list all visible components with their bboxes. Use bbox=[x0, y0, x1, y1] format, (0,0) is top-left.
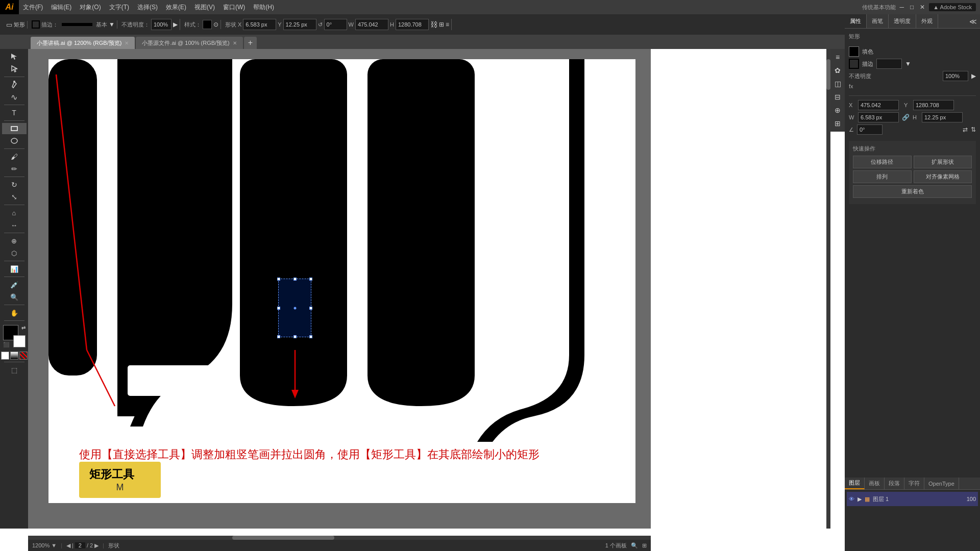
ellipse-tool-btn[interactable] bbox=[2, 135, 27, 146]
align-btn[interactable]: ≡ bbox=[446, 21, 449, 28]
transparency-icon-btn[interactable]: ◫ bbox=[832, 78, 843, 90]
w-input[interactable] bbox=[355, 19, 388, 30]
solid-fill-btn[interactable] bbox=[1, 352, 9, 360]
properties-icon-btn[interactable]: ≡ bbox=[834, 51, 842, 63]
y-input[interactable] bbox=[283, 19, 316, 30]
rectangle-tool-btn[interactable] bbox=[2, 123, 27, 134]
arrange-btn[interactable]: 排列 bbox=[853, 170, 912, 183]
layer-row-1[interactable]: 👁 ▶ ▦ 图层 1 100 bbox=[847, 492, 978, 506]
stroke-width-field[interactable] bbox=[876, 59, 902, 69]
eyedropper-btn[interactable]: 💉 bbox=[2, 279, 27, 290]
flip-h-btn[interactable]: ⇄ bbox=[963, 126, 968, 133]
style-circle[interactable]: ⊙ bbox=[213, 21, 218, 28]
canvas-artboard[interactable]: 使用【直接选择工具】调整加粗竖笔画并拉出圆角，使用【矩形工具】在其底部绘制小的矩… bbox=[48, 59, 635, 503]
layer-tab-layers[interactable]: 图层 bbox=[845, 478, 865, 489]
tab-close-1[interactable]: ✕ bbox=[233, 40, 237, 46]
zoom-tool-btn[interactable]: 🔍 bbox=[2, 291, 27, 303]
stroke-options-btn[interactable]: ▼ bbox=[905, 60, 911, 67]
x-panel-input[interactable] bbox=[858, 100, 899, 110]
curvature-tool-btn[interactable]: ∿ bbox=[2, 91, 27, 103]
recolor-btn[interactable]: 重新着色 bbox=[853, 185, 972, 198]
menu-effect[interactable]: 效果(E) bbox=[162, 0, 190, 14]
link-icon[interactable]: ⛓ bbox=[430, 20, 437, 29]
w-panel-input[interactable] bbox=[858, 112, 899, 122]
live-paint-btn[interactable]: ⬡ bbox=[2, 247, 27, 259]
search-icon[interactable]: 🔍 bbox=[631, 542, 638, 549]
layer-tab-char[interactable]: 字符 bbox=[904, 478, 924, 489]
flip-v-btn[interactable]: ⇅ bbox=[971, 126, 976, 133]
tab-add[interactable]: + bbox=[244, 37, 257, 49]
paintbrush-tool-btn[interactable]: 🖌 bbox=[2, 151, 27, 162]
width-tool-btn[interactable]: ↔ bbox=[2, 219, 27, 231]
lock-icon[interactable]: 🔗 bbox=[902, 114, 910, 121]
hand-tool-btn[interactable]: ✋ bbox=[2, 307, 27, 318]
layer-tab-opentype[interactable]: OpenType bbox=[924, 478, 959, 489]
right-tab-brush[interactable]: 画笔 bbox=[867, 14, 889, 28]
artboard-tool-btn[interactable]: ⬚ bbox=[2, 364, 27, 375]
transform-icon-btn[interactable]: ⊞ bbox=[832, 117, 843, 130]
h-input[interactable] bbox=[396, 19, 429, 30]
background-color[interactable] bbox=[13, 335, 26, 347]
menu-edit[interactable]: 编辑(E) bbox=[47, 0, 76, 14]
selection-handle-tm[interactable] bbox=[293, 278, 297, 281]
selection-handle-tl[interactable] bbox=[277, 278, 280, 281]
selection-handle-bm[interactable] bbox=[293, 335, 297, 338]
selection-handle-bl[interactable] bbox=[277, 335, 280, 338]
artboard-input[interactable] bbox=[75, 542, 85, 548]
menu-object[interactable]: 对象(O) bbox=[76, 0, 105, 14]
rotate-tool-btn[interactable]: ↻ bbox=[2, 179, 27, 190]
fill-swatch[interactable] bbox=[849, 46, 859, 57]
window-min[interactable]: ─ bbox=[898, 4, 906, 11]
selection-handle-mr[interactable] bbox=[309, 307, 312, 310]
pathfinder-icon-btn[interactable]: ⊕ bbox=[832, 104, 843, 116]
h-panel-input[interactable] bbox=[922, 112, 963, 122]
layer-expand-icon[interactable]: ▶ bbox=[857, 496, 862, 503]
prev-artboard[interactable]: ◀ bbox=[66, 542, 70, 549]
right-tab-transparency[interactable]: 透明度 bbox=[889, 14, 916, 28]
no-fill-btn[interactable] bbox=[19, 352, 28, 360]
selection-tool-btn[interactable] bbox=[2, 51, 27, 62]
selection-handle-ml[interactable] bbox=[277, 307, 280, 310]
grid-icon[interactable]: ⊞ bbox=[642, 542, 647, 549]
angle-panel-input[interactable] bbox=[857, 124, 883, 135]
menu-window[interactable]: 窗口(W) bbox=[219, 0, 249, 14]
reset-colors-icon[interactable]: ⬛ bbox=[3, 342, 9, 347]
align-pixel-btn[interactable]: 对齐像素网格 bbox=[914, 170, 972, 183]
pencil-tool-btn[interactable]: ✏ bbox=[2, 163, 27, 174]
pen-tool-btn[interactable] bbox=[2, 79, 27, 90]
swap-colors-icon[interactable]: ⇄ bbox=[21, 325, 26, 331]
opacity-expand-btn[interactable]: ▶ bbox=[971, 72, 976, 80]
menu-view[interactable]: 视图(V) bbox=[190, 0, 219, 14]
tab-second[interactable]: 小墨源文件.ai @ 100% (RGB/预览) ✕ bbox=[136, 37, 242, 49]
layer-tab-artboards[interactable]: 画板 bbox=[865, 478, 885, 489]
brush-icon-btn[interactable]: ✿ bbox=[832, 64, 843, 77]
menu-select[interactable]: 选择(S) bbox=[133, 0, 162, 14]
right-tab-properties[interactable]: 属性 bbox=[845, 14, 867, 28]
next-artboard[interactable]: ▶ bbox=[94, 542, 99, 549]
menu-help[interactable]: 帮助(H) bbox=[249, 0, 278, 14]
panel-collapse-icon[interactable]: ≪ bbox=[969, 17, 977, 26]
x-input[interactable] bbox=[243, 19, 276, 30]
stroke-dropdown-btn[interactable]: ▼ bbox=[109, 21, 115, 28]
selection-handle-tr[interactable] bbox=[309, 278, 312, 281]
opacity-panel-input[interactable] bbox=[943, 71, 968, 81]
transform-btn[interactable]: ⊞ bbox=[439, 21, 444, 28]
gradient-fill-btn[interactable] bbox=[10, 352, 18, 360]
rot-input[interactable] bbox=[324, 19, 347, 30]
menu-file[interactable]: 文件(F) bbox=[19, 0, 47, 14]
type-tool-btn[interactable]: T bbox=[2, 107, 27, 118]
window-close[interactable]: ✕ bbox=[918, 4, 927, 11]
layer-visibility-icon[interactable]: 👁 bbox=[849, 496, 854, 502]
shape-builder-btn[interactable]: ⊕ bbox=[2, 235, 27, 246]
stroke-swatch[interactable] bbox=[849, 59, 859, 69]
horizontal-scrollbar[interactable] bbox=[28, 536, 651, 540]
warp-tool-btn[interactable]: ⌂ bbox=[2, 207, 27, 218]
zoom-dropdown[interactable]: ▼ bbox=[51, 542, 57, 548]
right-tab-appearance[interactable]: 外观 bbox=[916, 14, 938, 28]
layer-tab-paragraph[interactable]: 段落 bbox=[885, 478, 904, 489]
tab-active[interactable]: 小墨讲稿.ai @ 1200% (RGB/预览) ✕ bbox=[31, 37, 135, 49]
stroke-color-swatch[interactable] bbox=[32, 20, 40, 29]
style-swatch[interactable] bbox=[203, 20, 212, 29]
scrollbar-thumb[interactable] bbox=[826, 59, 830, 90]
scale-tool-btn[interactable]: ⤡ bbox=[2, 191, 27, 203]
